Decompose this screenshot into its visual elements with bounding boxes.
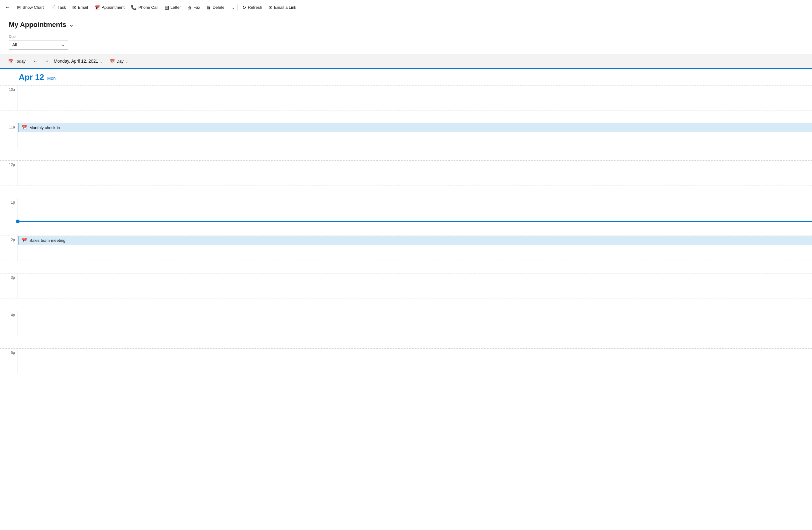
date-chevron-icon[interactable]: ⌄: [100, 59, 103, 64]
now-bar: [20, 221, 812, 222]
email-link-icon: ✉: [269, 5, 273, 10]
phone-call-icon: 📞: [131, 5, 137, 10]
email-link-button[interactable]: ✉ Email a Link: [265, 3, 300, 12]
time-content-12p: [17, 161, 812, 185]
time-slot-10a: 10a: [0, 85, 812, 110]
delete-label: Delete: [213, 5, 225, 10]
event-sales-meeting[interactable]: 📅 Sales team meeting: [18, 236, 812, 245]
calendar-icon: 📅: [8, 59, 13, 64]
appointment-button[interactable]: 📅 Appointment: [91, 3, 128, 12]
event-title-sales: Sales team meeting: [29, 238, 66, 243]
email-label: Email: [78, 5, 88, 10]
time-label-11a: 11a: [0, 123, 17, 148]
fax-button[interactable]: 🖨 Fax: [184, 3, 203, 12]
time-content-3p: [17, 274, 812, 298]
page-header: My Appointments ⌄: [0, 15, 812, 32]
view-label: Day: [116, 59, 124, 64]
letter-button[interactable]: ▤ Letter: [161, 3, 184, 12]
filter-chevron-icon: ⌄: [61, 42, 65, 47]
show-chart-label: Show Chart: [23, 5, 44, 10]
time-slot-1p: 1p: [0, 198, 812, 223]
time-label-5p: 5p: [0, 349, 17, 373]
toolbar-divider: [229, 4, 229, 11]
time-content-11a: 📅 Monthly check-in: [17, 123, 812, 148]
time-content-1p: [17, 198, 812, 223]
time-label-2p: 2p: [0, 236, 17, 261]
appointment-label: Appointment: [102, 5, 125, 10]
time-label-3p: 3p: [0, 274, 17, 298]
fax-label: Fax: [193, 5, 200, 10]
calendar-date-number: Apr 12: [19, 72, 44, 82]
half-slot-3p: [0, 298, 812, 311]
half-slot-4p: [0, 336, 812, 348]
next-arrow-icon: →: [44, 58, 49, 64]
calendar-body: Apr 12 Mon 10a 11a 📅 Monthly check-in: [0, 68, 812, 373]
time-slot-5p: 5p: [0, 348, 812, 373]
calendar-date-header: Apr 12 Mon: [0, 69, 812, 85]
show-chart-button[interactable]: ⊞ Show Chart: [14, 3, 47, 12]
due-filter-select[interactable]: All ⌄: [9, 40, 68, 50]
next-day-button[interactable]: →: [43, 57, 51, 66]
prev-arrow-icon: ←: [33, 58, 38, 64]
refresh-icon: ↻: [242, 5, 246, 10]
today-button[interactable]: 📅 Today: [5, 57, 29, 65]
event-title-monthly: Monthly check-in: [29, 125, 60, 130]
toolbar: ← ⊞ Show Chart 📄 Task ✉ Email 📅 Appointm…: [0, 0, 812, 15]
calendar-nav: 📅 Today ← → Monday, April 12, 2021 ⌄ 📅 D…: [0, 54, 812, 68]
time-slot-12p: 12p: [0, 161, 812, 185]
time-slot-4p: 4p: [0, 311, 812, 336]
show-chart-icon: ⊞: [17, 5, 21, 10]
time-content-2p: 📅 Sales team meeting: [17, 236, 812, 261]
filter-value: All: [12, 42, 17, 47]
half-slot-2p: [0, 261, 812, 273]
day-view-button[interactable]: 📅 Day ⌄: [107, 57, 132, 65]
time-label-12p: 12p: [0, 161, 17, 185]
task-button[interactable]: 📄 Task: [47, 3, 69, 12]
calendar-date-day: Mon: [47, 76, 56, 81]
email-button[interactable]: ✉ Email: [69, 3, 91, 12]
letter-label: Letter: [171, 5, 181, 10]
view-chevron-icon: ⌄: [125, 59, 129, 64]
date-text: Monday, April 12, 2021: [54, 59, 98, 64]
filter-area: Due All ⌄: [0, 32, 812, 54]
current-date-label: Monday, April 12, 2021 ⌄: [54, 59, 103, 64]
event-icon-monthly: 📅: [21, 125, 27, 130]
half-slot-1p: [0, 223, 812, 236]
event-monthly-check-in[interactable]: 📅 Monthly check-in: [18, 123, 812, 132]
toolbar-divider-2: [237, 4, 238, 11]
time-slot-11a: 11a 📅 Monthly check-in: [0, 123, 812, 148]
email-link-label: Email a Link: [274, 5, 296, 10]
time-content-10a: [17, 85, 812, 110]
back-icon: ←: [5, 4, 10, 11]
email-icon: ✉: [72, 5, 76, 10]
refresh-button[interactable]: ↻ Refresh: [239, 3, 265, 12]
more-button[interactable]: ⌄: [230, 3, 236, 12]
refresh-label: Refresh: [248, 5, 262, 10]
more-icon: ⌄: [232, 5, 235, 10]
filter-label: Due: [9, 34, 803, 39]
now-dot: [16, 220, 20, 223]
time-content-5p: [17, 349, 812, 373]
page-title: My Appointments ⌄: [9, 21, 803, 29]
fax-icon: 🖨: [187, 5, 192, 10]
title-chevron-icon[interactable]: ⌄: [69, 21, 74, 28]
task-label: Task: [58, 5, 66, 10]
delete-button[interactable]: 🗑 Delete: [203, 3, 228, 12]
back-button[interactable]: ←: [2, 2, 13, 13]
delete-icon: 🗑: [206, 5, 211, 10]
half-slot-10a: [0, 110, 812, 123]
time-label-10a: 10a: [0, 85, 17, 110]
today-label: Today: [15, 59, 26, 64]
phone-call-button[interactable]: 📞 Phone Call: [128, 3, 161, 12]
phone-call-label: Phone Call: [138, 5, 158, 10]
appointment-icon: 📅: [94, 5, 100, 10]
letter-icon: ▤: [164, 5, 169, 10]
event-icon-sales: 📅: [21, 238, 27, 243]
time-content-4p: [17, 311, 812, 336]
page-title-text: My Appointments: [9, 21, 66, 29]
time-slot-2p: 2p 📅 Sales team meeting: [0, 236, 812, 261]
time-grid: 10a 11a 📅 Monthly check-in 12p: [0, 85, 812, 373]
prev-day-button[interactable]: ←: [31, 57, 40, 66]
half-slot-12p: [0, 185, 812, 198]
task-icon: 📄: [50, 5, 56, 10]
